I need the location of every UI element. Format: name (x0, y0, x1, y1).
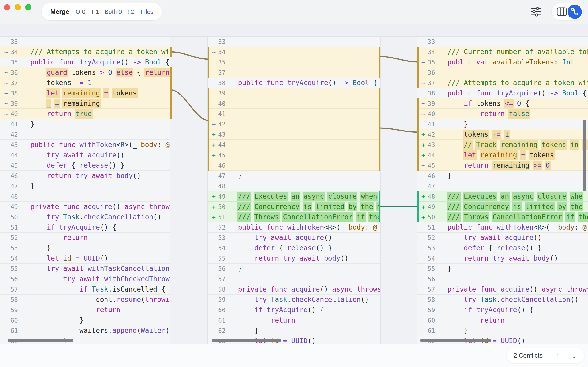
code-line[interactable]: 53 try await acquire() (208, 233, 380, 243)
code-line[interactable]: 60 } (0, 315, 170, 325)
code-line[interactable]: 56 } (208, 264, 380, 274)
code-line[interactable]: ~37 /// Attempts to acquire a token wit (417, 78, 588, 88)
code-line[interactable]: 55 } (417, 264, 588, 274)
horizontal-scrollbar-thumb[interactable] (8, 339, 73, 342)
code-line[interactable]: 47 } (208, 171, 380, 181)
code-line[interactable]: 46 (208, 160, 380, 171)
code-line[interactable]: 47 (417, 181, 588, 191)
code-line[interactable]: 60 return (417, 315, 588, 325)
conflict-bar[interactable] (379, 47, 380, 78)
code-line[interactable]: ~39 if tokens <= 0 { (417, 98, 588, 109)
code-line[interactable]: +49 /// Concurrency is limited by the (417, 202, 588, 212)
code-line[interactable]: 61 waiters.append(Waiter( (0, 325, 170, 336)
code-line[interactable]: ~39 _ = remaining (0, 98, 170, 109)
code-line[interactable]: 55 return try await body() (208, 253, 380, 264)
code-line[interactable]: 33 (0, 36, 170, 47)
code-line[interactable]: 52 public func withToken<R>(_ body: @ (208, 222, 380, 233)
code-line[interactable]: 46 return try await body() (0, 171, 170, 181)
code-line[interactable]: 58 cont.resume(throwing (0, 294, 170, 305)
code-line[interactable]: 54 return try await body() (417, 253, 588, 264)
code-line[interactable]: +44 (208, 140, 380, 150)
code-line[interactable]: 56 (417, 274, 588, 284)
code-line[interactable]: 52 return (0, 233, 170, 243)
code-line[interactable]: 51 if tryAcquire() { (0, 222, 170, 233)
code-line[interactable]: 54 let id = UUID() (0, 253, 170, 264)
code-line[interactable]: 45 defer { release() } (0, 160, 170, 171)
code-line[interactable]: +51 /// Throws CancellationError if the (208, 212, 380, 222)
code-line[interactable]: 47 } (0, 181, 170, 191)
conflict-bar[interactable] (208, 47, 209, 78)
code-line[interactable]: 46 } (417, 171, 588, 181)
conflict-bar[interactable] (417, 98, 419, 171)
code-line[interactable]: +50 /// Throws CancellationError if the (417, 212, 588, 222)
next-conflict-button[interactable]: ↓ (568, 349, 580, 362)
code-line[interactable]: +50 /// Concurrency is limited by the ma… (208, 202, 380, 212)
code-line[interactable]: +43 (208, 129, 380, 140)
code-line[interactable]: +49 /// Executes an async closure when (208, 191, 380, 202)
code-line[interactable]: 55 try await withTaskCancellationHandler (0, 264, 170, 274)
code-line[interactable]: 58 private func acquire() async throws (208, 284, 380, 294)
addition-bar[interactable] (417, 191, 419, 222)
code-line[interactable]: ~40 return false (417, 109, 588, 119)
code-line[interactable]: 50 try Task.checkCancellation() (0, 212, 170, 222)
conflict-bar[interactable] (170, 47, 172, 57)
code-line[interactable]: 48 (0, 191, 170, 202)
code-line[interactable]: ~34 (208, 47, 380, 57)
code-line[interactable]: 61 } (417, 325, 588, 336)
code-line[interactable]: 52 try await acquire() (417, 233, 588, 243)
code-line[interactable]: 53 } (0, 243, 170, 253)
code-line[interactable]: 48 (208, 181, 380, 191)
code-line[interactable]: 34 /// Current number of available tok (417, 47, 588, 57)
zoom-window-button[interactable] (25, 4, 32, 10)
code-line[interactable]: ~37 tokens -= 1 (0, 78, 170, 88)
code-line[interactable]: 59 try Task.checkCancellation() (208, 294, 380, 305)
code-line[interactable]: +45 (208, 150, 380, 160)
code-line[interactable]: 36 (417, 67, 588, 78)
horizontal-scrollbar-thumb[interactable] (212, 339, 281, 342)
code-line[interactable]: 57 if Task.isCancelled { (0, 284, 170, 294)
code-line[interactable]: 60 if tryAcquire() { (208, 305, 380, 315)
code-line[interactable]: ~45 return remaining >= 0 (417, 160, 588, 171)
code-line[interactable]: 41 } (0, 119, 170, 129)
code-line[interactable]: +43 // Track remaining tokens in fli (417, 140, 588, 150)
code-line[interactable]: ~38 let remaining = tokens (0, 88, 170, 98)
code-line[interactable]: 58 try Task.checkCancellation() (417, 294, 588, 305)
code-line[interactable]: 56 try await withCheckedThrowingContinua… (0, 274, 170, 284)
close-window-button[interactable] (4, 4, 10, 10)
connections-view-button[interactable] (568, 5, 582, 19)
code-line[interactable]: 41 (208, 109, 380, 119)
code-line[interactable]: 35 public func tryAcquire() -> Bool { (0, 57, 170, 67)
conflict-bar[interactable] (417, 47, 419, 88)
code-line[interactable]: ~42 (208, 119, 380, 129)
code-line[interactable]: 53 defer { release() } (417, 243, 588, 253)
code-line[interactable]: 38 public func tryAcquire() -> Bool { (417, 88, 588, 98)
code-line[interactable]: 57 private func acquire() async throws (417, 284, 588, 294)
code-line[interactable]: 39 (208, 88, 380, 98)
code-line[interactable]: ~36 guard tokens > 0 else { return (0, 67, 170, 78)
code-line[interactable]: +42 tokens -= 1 (417, 129, 588, 140)
conflict-bar[interactable] (379, 88, 380, 171)
code-line[interactable]: 38 public func tryAcquire() -> Bool { (208, 78, 380, 88)
minimize-window-button[interactable] (15, 4, 21, 10)
files-link[interactable]: Files (141, 8, 153, 15)
code-line[interactable]: 40 (208, 98, 380, 109)
horizontal-scrollbar-thumb[interactable] (420, 339, 491, 342)
code-line[interactable]: 59 if tryAcquire() { (417, 305, 588, 315)
code-line[interactable]: 57 (208, 274, 380, 284)
previous-conflict-button[interactable]: ↑ (551, 349, 563, 362)
code-line[interactable]: 54 defer { release() } (208, 243, 380, 253)
code-line[interactable]: 35 (208, 57, 380, 67)
code-line[interactable]: ~40 return true (0, 109, 170, 119)
code-line[interactable]: 33 (417, 36, 588, 47)
code-line[interactable]: 51 public func withToken<R>(_ body: @ (417, 222, 588, 233)
code-line[interactable]: 49 private func acquire() async throws (0, 202, 170, 212)
code-line[interactable]: +44 let remaining = tokens (417, 150, 588, 160)
conflict-bar[interactable] (170, 67, 172, 119)
code-line[interactable]: 42 (0, 129, 170, 140)
code-line[interactable]: 33 (208, 36, 380, 47)
code-line[interactable]: 59 return (0, 305, 170, 315)
columns-view-button[interactable] (556, 7, 567, 16)
code-line[interactable]: ~35 public var availableTokens: Int (417, 57, 588, 67)
code-line[interactable]: 43 public func withToken<R>(_ body: @ (0, 140, 170, 150)
code-line[interactable]: 61 return (208, 315, 380, 325)
